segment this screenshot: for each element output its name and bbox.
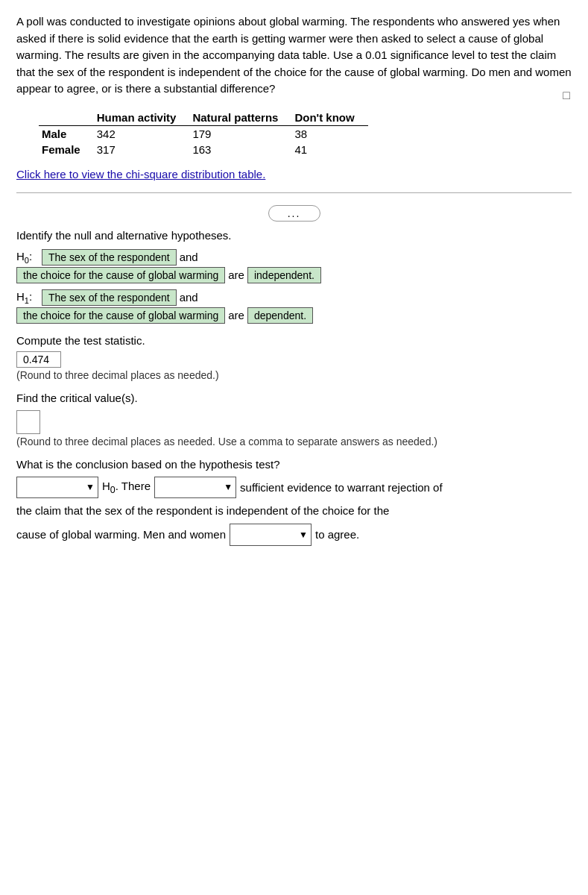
data-table: Human activity Natural patterns Don't kn… <box>39 110 368 157</box>
compute-section: Compute the test statistic. 0.474 (Round… <box>16 334 572 381</box>
conclusion-dropdown2-value <box>158 479 190 497</box>
critical-value-input[interactable] <box>16 410 40 434</box>
h0-conclusion-sub: 0 <box>110 485 116 495</box>
h0-label: H0: <box>16 250 39 265</box>
table-header-dontknow: Don't know <box>291 110 367 126</box>
table-label-female: Female <box>39 142 94 157</box>
conclusion-sufficient-text: sufficient evidence to warrant rejection… <box>240 478 443 497</box>
conclusion-line3-start: cause of global warming. Men and women <box>16 525 226 544</box>
copy-icon[interactable]: □ <box>563 89 570 102</box>
h0-block: H0: The sex of the respondent and the ch… <box>16 249 572 283</box>
table-header-human: Human activity <box>94 110 190 126</box>
h0-and: and <box>180 251 198 263</box>
h0-are: are <box>228 268 244 281</box>
critical-section: Find the critical value(s). (Round to th… <box>16 392 572 448</box>
h1-choice-dropdown[interactable]: the choice for the cause of global warmi… <box>16 307 225 324</box>
h1-are: are <box>228 309 244 321</box>
h0-choice-dropdown[interactable]: the choice for the cause of global warmi… <box>16 267 225 283</box>
critical-title: Find the critical value(s). <box>16 392 572 404</box>
table-cell-female-human: 317 <box>94 142 190 157</box>
h0-line2: the choice for the cause of global warmi… <box>16 267 572 283</box>
table-cell-male-human: 342 <box>94 125 190 142</box>
critical-note: (Round to three decimal places as needed… <box>16 436 572 448</box>
table-cell-male-dontknow: 38 <box>291 125 367 142</box>
chi-square-link[interactable]: Click here to view the chi-square distri… <box>16 168 265 180</box>
intro-paragraph: A poll was conducted to investigate opin… <box>16 13 572 98</box>
table-cell-female-natural: 163 <box>189 142 291 157</box>
h1-and: and <box>180 291 198 304</box>
compute-note: (Round to three decimal places as needed… <box>16 369 572 381</box>
h0-line1: H0: The sex of the respondent and <box>16 249 572 266</box>
table-row-female: Female 317 163 41 <box>39 142 368 157</box>
table-row-male: Male 342 179 38 <box>39 125 368 142</box>
h0-sex-dropdown[interactable]: The sex of the respondent <box>42 249 177 266</box>
conclusion-line1: ▼ H0. There ▼ sufficient evidence to war… <box>16 477 572 499</box>
conclusion-line3-end: to agree. <box>315 525 359 544</box>
table-cell-male-natural: 179 <box>189 125 291 142</box>
h0-result-box: independent. <box>247 267 321 283</box>
table-header-natural: Natural patterns <box>189 110 291 126</box>
table-cell-female-dontknow: 41 <box>291 142 367 157</box>
conclusion-title: What is the conclusion based on the hypo… <box>16 458 572 471</box>
more-button[interactable]: ... <box>268 205 320 222</box>
conclusion-section: What is the conclusion based on the hypo… <box>16 458 572 546</box>
conclusion-line3: cause of global warming. Men and women ▼… <box>16 524 572 546</box>
chevron-down-icon: ▼ <box>86 480 95 494</box>
h1-line1: H1: The sex of the respondent and <box>16 289 572 306</box>
h1-result-box: dependent. <box>247 307 313 324</box>
chevron-down-icon3: ▼ <box>299 527 308 542</box>
h1-sex-dropdown[interactable]: The sex of the respondent <box>42 289 177 306</box>
chevron-down-icon2: ▼ <box>224 480 233 494</box>
h1-line2: the choice for the cause of global warmi… <box>16 307 572 324</box>
h1-block: H1: The sex of the respondent and the ch… <box>16 289 572 324</box>
conclusion-dropdown3[interactable]: ▼ <box>230 524 312 546</box>
table-label-male: Male <box>39 125 94 142</box>
compute-title: Compute the test statistic. <box>16 334 572 347</box>
conclusion-dropdown3-value <box>233 526 282 544</box>
conclusion-dropdown1-value <box>20 479 52 497</box>
conclusion-line2: the claim that the sex of the respondent… <box>16 501 572 521</box>
table-header-blank <box>39 110 94 126</box>
h1-label: H1: <box>16 290 39 305</box>
conclusion-dropdown2[interactable]: ▼ <box>154 477 236 499</box>
conclusion-dropdown1[interactable]: ▼ <box>16 477 98 499</box>
conclusion-line2-text: the claim that the sex of the respondent… <box>16 501 389 521</box>
test-statistic-input[interactable]: 0.474 <box>16 351 61 368</box>
divider <box>16 192 572 193</box>
hypotheses-title: Identify the null and alternative hypoth… <box>16 229 572 242</box>
h0-conclusion-label: H0. There <box>102 477 151 498</box>
